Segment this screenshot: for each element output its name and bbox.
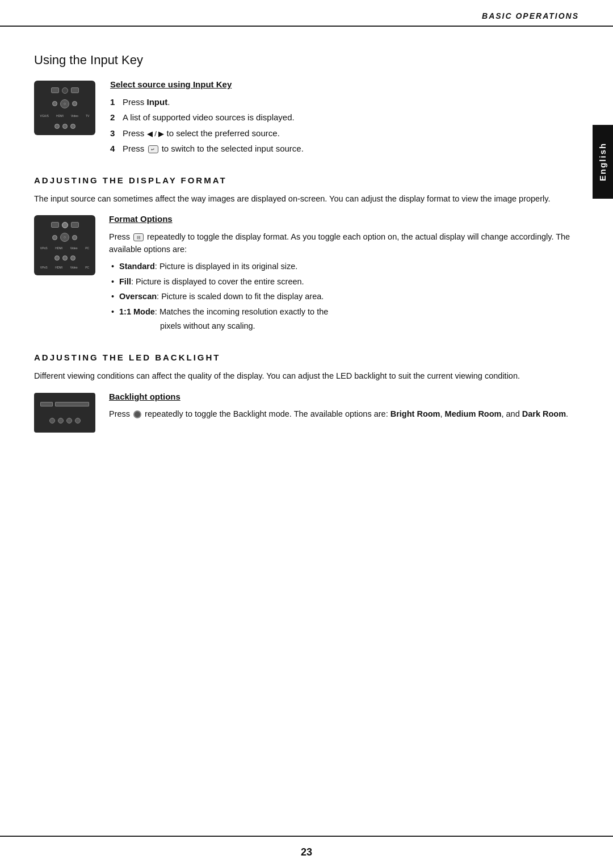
remote-dot — [70, 124, 75, 129]
bl-circle — [49, 418, 55, 423]
bl-circle — [75, 418, 81, 423]
remote-label: PC — [85, 266, 89, 270]
section3-desc: Different viewing conditions can affect … — [34, 370, 579, 382]
step-num-3: 3 — [110, 127, 118, 140]
remote-label: VGA/S — [40, 114, 49, 119]
format-icon: ⊟ — [133, 233, 144, 241]
bl-circle — [58, 418, 64, 423]
remote-nav: ○ — [60, 99, 69, 108]
input-key-section: ○ VGA/S HDMI Video TV — [34, 78, 579, 158]
bl-circle — [66, 418, 72, 423]
step-num-4: 4 — [110, 142, 118, 156]
remote-btn-round — [62, 87, 68, 94]
remote-label: TV — [86, 114, 89, 119]
backlight-options-heading: Backlight options — [109, 391, 579, 404]
remote-label: HDMI — [55, 266, 62, 270]
remote-btn — [51, 87, 59, 93]
remote-dot — [54, 255, 60, 261]
remote-label: PC — [85, 246, 89, 251]
remote-box-2: ○ VPnS HDMI Video PC V — [34, 215, 95, 275]
remote-dot — [62, 255, 68, 261]
side-tab-label: English — [597, 142, 610, 181]
step-3: 3 Press ◀ / ▶ to select the preferred so… — [110, 127, 579, 140]
remote-btn — [71, 222, 79, 228]
remote-label: Video — [70, 266, 78, 270]
indent-text: pixels without any scaling. — [109, 320, 579, 333]
format-section: ○ VPnS HDMI Video PC V — [34, 213, 579, 335]
remote-btn-sm — [52, 101, 57, 106]
bullet-overscan: Overscan: Picture is scaled down to fit … — [109, 291, 579, 303]
remote-label: VPnS — [40, 266, 48, 270]
brightness-icon — [133, 410, 141, 418]
remote-image-backlight — [34, 393, 96, 433]
remote-label: VPnS — [40, 246, 48, 251]
header-bar: BASIC OPERATIONS — [0, 0, 613, 27]
section3-heading: ADJUSTING THE LED BACKLIGHT — [34, 351, 579, 364]
section1-title: Using the Input Key — [34, 51, 579, 69]
remote-label: Video — [70, 246, 78, 251]
backlight-desc: Press repeatedly to toggle the Backlight… — [109, 408, 579, 420]
step-text-2: A list of supported video sources is dis… — [123, 111, 579, 124]
remote-label: Video — [71, 114, 78, 119]
remote-btn-sm — [52, 235, 57, 240]
bl-btn — [55, 402, 89, 406]
section2-heading: ADJUSTING THE DISPLAY FORMAT — [34, 174, 579, 187]
header-title: BASIC OPERATIONS — [482, 10, 579, 22]
remote-btn — [71, 87, 79, 93]
format-options-heading: Format Options — [109, 213, 579, 226]
format-desc: Press ⊟ repeatedly to toggle the display… — [109, 230, 579, 256]
step-num-2: 2 — [110, 111, 118, 124]
select-source-heading: Select source using Input Key — [110, 78, 579, 91]
step-num-1: 1 — [110, 96, 118, 109]
step-text-1: Press Input. — [123, 96, 579, 109]
remote-label: HDMI — [56, 114, 64, 119]
remote-btn-sm — [72, 235, 77, 240]
section2-desc: The input source can sometimes affect th… — [34, 192, 579, 205]
remote-btn — [51, 222, 59, 228]
remote-dot — [54, 124, 60, 129]
remote-box-1: ○ VGA/S HDMI Video TV — [34, 81, 95, 135]
remote-btn-sm — [72, 101, 77, 106]
remote-label: HDMI — [55, 246, 62, 251]
input-key-content: Select source using Input Key 1 Press In… — [110, 78, 579, 158]
bullet-fill: Fill: Picture is displayed to cover the … — [109, 276, 579, 288]
step-text-3: Press ◀ / ▶ to select the preferred sour… — [123, 127, 579, 140]
format-content: Format Options Press ⊟ repeatedly to tog… — [109, 213, 579, 335]
step-text-4: Press ↵ to switch to the selected input … — [123, 142, 579, 156]
remote-dot — [62, 124, 68, 129]
side-tab: English — [593, 125, 613, 199]
format-bullet-list: Standard: Picture is displayed in its or… — [109, 261, 579, 318]
main-content: Using the Input Key ○ — [0, 27, 613, 836]
backlight-section: Backlight options Press repeatedly to to… — [34, 391, 579, 433]
page-number: 23 — [301, 845, 312, 860]
remote-image-format: ○ VPnS HDMI Video PC V — [34, 215, 96, 275]
bl-btn — [40, 402, 53, 406]
remote-btn-round — [62, 222, 68, 228]
left-right-icon: ◀ / ▶ — [147, 128, 165, 140]
remote-box-3 — [34, 393, 95, 433]
step-4: 4 Press ↵ to switch to the selected inpu… — [110, 142, 579, 156]
step-1: 1 Press Input. — [110, 96, 579, 109]
remote-image-input: ○ VGA/S HDMI Video TV — [34, 81, 96, 135]
ok-icon: ↵ — [148, 145, 158, 153]
remote-nav: ○ — [60, 233, 69, 242]
step-list: 1 Press Input. 2 A list of supported vid… — [110, 96, 579, 156]
footer-bar: 23 — [0, 836, 613, 868]
step-2: 2 A list of supported video sources is d… — [110, 111, 579, 124]
page: BASIC OPERATIONS English Using the Input… — [0, 0, 613, 868]
remote-dot — [70, 255, 75, 261]
bullet-standard: Standard: Picture is displayed in its or… — [109, 261, 579, 273]
bullet-11mode: 1:1 Mode: Matches the incoming resolutio… — [109, 306, 579, 318]
backlight-content: Backlight options Press repeatedly to to… — [109, 391, 579, 429]
